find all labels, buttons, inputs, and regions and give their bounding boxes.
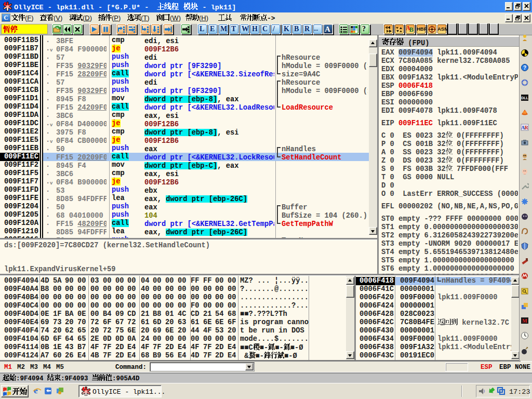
- svg-text:?: ?: [523, 65, 526, 71]
- svg-text:e: e: [34, 387, 38, 395]
- svg-text:M: M: [522, 318, 527, 324]
- svg-text:DLL: DLL: [521, 96, 528, 100]
- svg-text:R: R: [524, 125, 528, 130]
